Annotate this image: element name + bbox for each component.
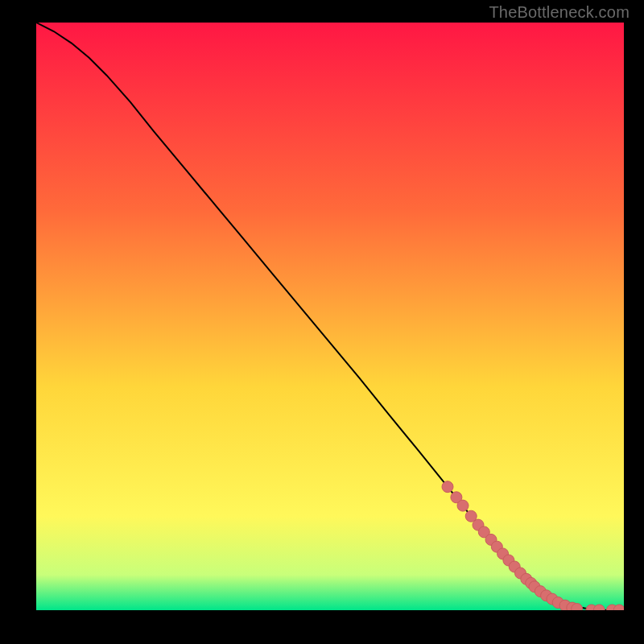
data-point xyxy=(442,481,453,493)
chart-svg xyxy=(36,23,624,610)
plot-area xyxy=(36,23,624,610)
gradient-background xyxy=(36,23,624,610)
data-point xyxy=(457,500,469,511)
watermark-text: TheBottleneck.com xyxy=(489,3,630,22)
chart-frame: TheBottleneck.com xyxy=(0,0,644,644)
